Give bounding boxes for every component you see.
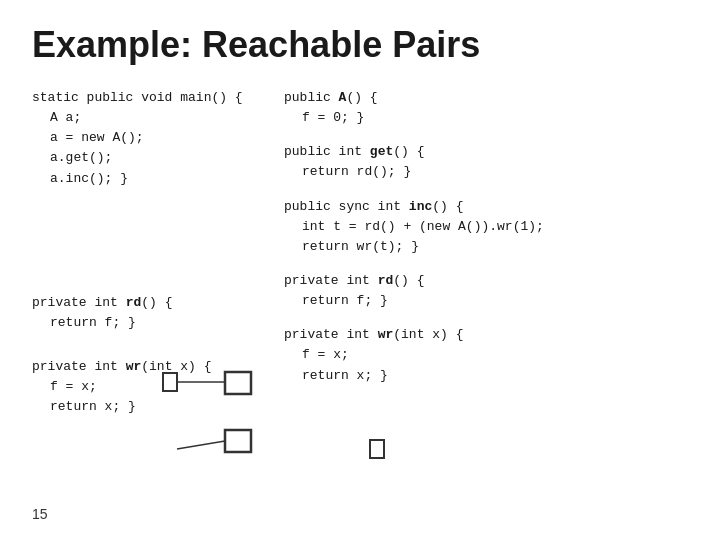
code-line: return x; } [284, 366, 688, 386]
left-column: static public void main() { A a; a = new… [32, 88, 252, 431]
code-line: private int rd() { [32, 293, 252, 313]
code-line: return wr(t); } [284, 237, 688, 257]
code-line: return f; } [284, 291, 688, 311]
inc-block: public sync int inc() { int t = rd() + (… [284, 197, 688, 257]
code-line: a = new A(); [32, 128, 252, 148]
code-line: f = x; [284, 345, 688, 365]
code-line: A a; [32, 108, 252, 128]
code-line: return f; } [32, 313, 252, 333]
code-line: return x; } [32, 397, 252, 417]
page-number: 15 [32, 506, 48, 522]
code-line: public int get() { [284, 142, 688, 162]
connector-box-2 [225, 430, 251, 452]
code-line: private int rd() { [284, 271, 688, 291]
private-wr-block-left: private int wr(int x) { f = x; return x;… [32, 357, 252, 417]
code-line: a.get(); [32, 148, 252, 168]
code-line: public sync int inc() { [284, 197, 688, 217]
main-block: static public void main() { A a; a = new… [32, 88, 252, 189]
arrow-line-2 [177, 441, 225, 449]
slide-title: Example: Reachable Pairs [32, 24, 688, 66]
code-line: a.inc(); } [32, 169, 252, 189]
right-column: public A() { f = 0; } public int get() {… [284, 88, 688, 431]
code-line: static public void main() { [32, 88, 252, 108]
code-line: private int wr(int x) { [32, 357, 252, 377]
private-rd-block-right: private int rd() { return f; } [284, 271, 688, 311]
code-line: f = x; [32, 377, 252, 397]
constructor-block: public A() { f = 0; } [284, 88, 688, 128]
code-line: return rd(); } [284, 162, 688, 182]
private-wr-block-right: private int wr(int x) { f = x; return x;… [284, 325, 688, 385]
private-rd-block-left: private int rd() { return f; } [32, 293, 252, 333]
get-block: public int get() { return rd(); } [284, 142, 688, 182]
code-line: int t = rd() + (new A()).wr(1); [284, 217, 688, 237]
box-f-right [370, 440, 384, 458]
code-line: f = 0; } [284, 108, 688, 128]
code-line: private int wr(int x) { [284, 325, 688, 345]
code-area: static public void main() { A a; a = new… [32, 88, 688, 431]
slide: Example: Reachable Pairs static public v… [0, 0, 720, 540]
code-line: public A() { [284, 88, 688, 108]
